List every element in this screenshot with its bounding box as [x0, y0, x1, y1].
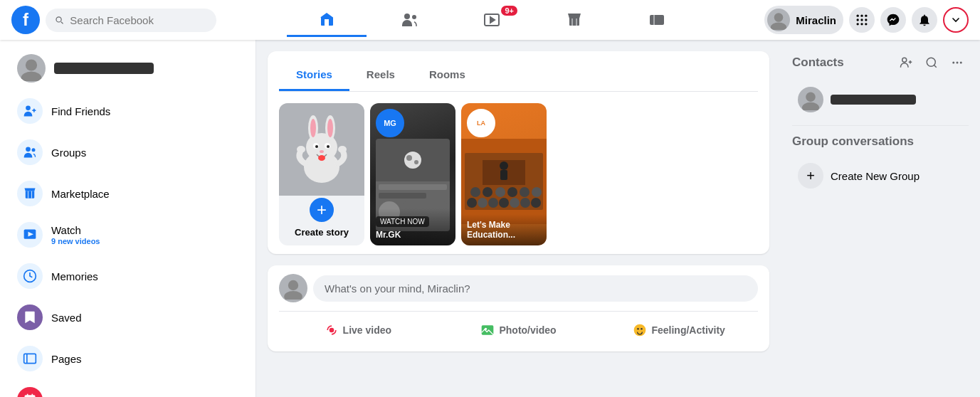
- edu-story-name: Let's Make Education...: [467, 220, 541, 240]
- sidebar-item-marketplace[interactable]: Marketplace: [6, 174, 250, 213]
- svg-point-18: [865, 23, 867, 25]
- svg-point-14: [860, 18, 863, 21]
- svg-point-60: [510, 198, 520, 208]
- facebook-logo[interactable]: f: [11, 6, 40, 34]
- create-story-card[interactable]: + Create story: [279, 103, 364, 245]
- post-user-avatar: [279, 274, 307, 302]
- svg-point-85: [952, 62, 954, 64]
- create-story-plus-button[interactable]: +: [307, 196, 336, 224]
- edu-story-card[interactable]: LA: [461, 103, 547, 245]
- tab-rooms[interactable]: Rooms: [412, 60, 483, 91]
- svg-point-63: [470, 187, 480, 197]
- sidebar-item-pages[interactable]: Pages: [6, 339, 250, 379]
- search-input[interactable]: [70, 14, 208, 26]
- search-bar[interactable]: [46, 9, 216, 32]
- search-contacts-button[interactable]: [920, 51, 943, 74]
- search-icon: [54, 14, 64, 26]
- right-sidebar: Contacts Group conversations +: [781, 40, 980, 397]
- svg-point-70: [500, 162, 508, 170]
- create-story-label: Create story: [295, 227, 349, 238]
- svg-point-86: [957, 62, 959, 64]
- svg-point-15: [865, 18, 867, 21]
- watch-sidebar-icon: [17, 222, 43, 248]
- svg-point-20: [21, 72, 42, 82]
- stories-list: + Create story MG: [279, 103, 758, 245]
- dropdown-icon-button[interactable]: [943, 7, 969, 33]
- sidebar-user-avatar: [17, 54, 46, 83]
- svg-point-59: [499, 198, 509, 208]
- nav-watch-button[interactable]: 9+: [452, 3, 532, 37]
- user-chip[interactable]: Miraclin: [764, 6, 843, 34]
- search-contacts-icon: [925, 56, 938, 69]
- svg-marker-3: [490, 17, 495, 23]
- svg-point-53: [414, 160, 418, 164]
- edu-story-overlay: Let's Make Education...: [461, 214, 547, 245]
- create-new-group-button[interactable]: + Create New Group: [792, 157, 969, 194]
- nav-friends-button[interactable]: [369, 3, 449, 37]
- sidebar-item-saved[interactable]: Saved: [6, 297, 250, 337]
- sidebar-user-name-hidden: [54, 63, 154, 74]
- pages-sidebar-icon: [17, 346, 43, 371]
- add-contact-button[interactable]: [895, 51, 917, 74]
- marketplace-label: Marketplace: [51, 188, 110, 200]
- svg-point-89: [802, 102, 819, 110]
- svg-point-58: [488, 198, 498, 208]
- create-story-image: [279, 103, 364, 196]
- post-box-top: What's on your mind, Miraclin?: [279, 274, 758, 302]
- svg-point-79: [641, 328, 643, 330]
- nav-home-button[interactable]: [287, 3, 367, 37]
- nav-marketplace-button[interactable]: [534, 3, 614, 37]
- notifications-icon-button[interactable]: [912, 7, 937, 33]
- svg-point-51: [404, 152, 421, 169]
- create-group-label: Create New Group: [831, 170, 920, 182]
- post-box: What's on your mind, Miraclin? Live vide…: [268, 265, 769, 351]
- watch-label: Watch: [51, 224, 81, 236]
- feeling-button[interactable]: Feeling/Activity: [600, 317, 758, 343]
- svg-point-57: [478, 198, 488, 208]
- edu-content: [461, 139, 547, 224]
- stories-card: Stories Reels Rooms: [268, 51, 769, 254]
- tab-stories[interactable]: Stories: [279, 60, 349, 91]
- contact-item[interactable]: [792, 83, 969, 117]
- sidebar-item-groups[interactable]: Groups: [6, 132, 250, 172]
- svg-point-56: [467, 198, 477, 208]
- home-icon: [318, 11, 335, 28]
- grid-icon-button[interactable]: [849, 7, 875, 33]
- svg-point-52: [406, 155, 412, 161]
- marketplace-sidebar-icon: [17, 181, 43, 206]
- svg-point-88: [806, 92, 816, 102]
- watch-now-badge: WATCH NOW: [376, 216, 429, 227]
- nav-center: 9+: [243, 3, 741, 37]
- svg-point-41: [310, 119, 316, 137]
- sidebar-item-watch[interactable]: Watch 9 new videos: [6, 215, 250, 255]
- svg-point-8: [774, 13, 784, 22]
- sidebar-user[interactable]: [6, 48, 250, 88]
- mrgk-story-name: Mr.GK: [376, 230, 450, 240]
- feeling-label: Feeling/Activity: [651, 324, 725, 336]
- mrgk-avatar: MG: [376, 109, 404, 137]
- bunny-character: [290, 110, 354, 189]
- sidebar-item-memories[interactable]: Memories: [6, 256, 250, 296]
- nav-groups-button[interactable]: [617, 3, 697, 37]
- messenger-icon-button[interactable]: [880, 7, 906, 33]
- pages-label: Pages: [51, 353, 82, 365]
- more-options-button[interactable]: [946, 51, 969, 74]
- photo-video-button[interactable]: Photo/video: [440, 317, 598, 343]
- svg-point-13: [857, 18, 859, 21]
- tab-reels[interactable]: Reels: [349, 60, 412, 91]
- contacts-header: Contacts: [792, 51, 969, 74]
- feeling-icon: [633, 323, 647, 337]
- memories-sidebar-icon: [17, 263, 43, 289]
- sidebar-item-events[interactable]: Events: [6, 380, 250, 397]
- svg-point-83: [927, 58, 935, 66]
- live-video-button[interactable]: Live video: [279, 317, 437, 343]
- post-input[interactable]: What's on your mind, Miraclin?: [313, 275, 758, 302]
- post-box-actions: Live video Photo/video Feeling/Activity: [279, 311, 758, 343]
- svg-point-49: [297, 146, 305, 153]
- watch-badge: 9+: [501, 6, 517, 16]
- svg-point-73: [284, 291, 302, 300]
- svg-point-87: [960, 62, 962, 64]
- sidebar-item-find-friends[interactable]: Find Friends: [6, 91, 250, 131]
- mrgk-story-card[interactable]: MG: [370, 103, 455, 245]
- groups-sidebar-icon: [17, 139, 43, 165]
